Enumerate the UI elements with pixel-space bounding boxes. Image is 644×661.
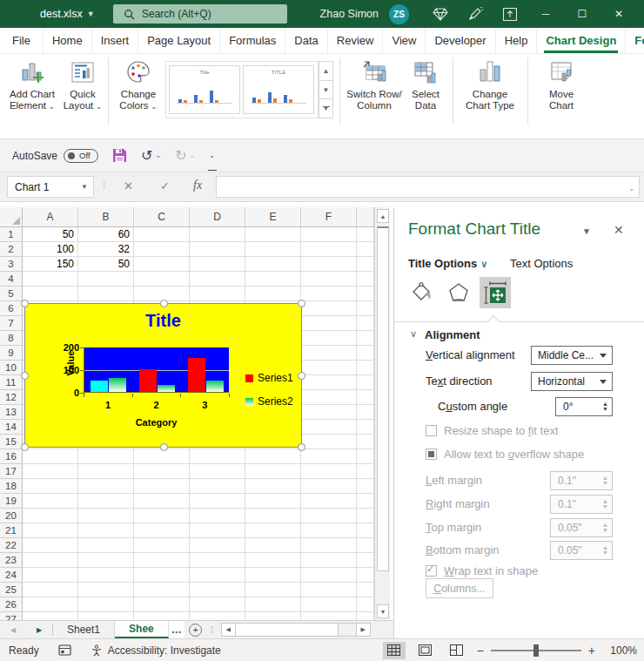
row-header-2[interactable]: 2 [0,242,23,257]
grid-cell-E1[interactable] [245,227,301,242]
column-header-D[interactable]: D [190,207,245,227]
tab-format[interactable]: Format [626,28,644,53]
grid-cell-partial[interactable] [357,568,374,583]
row-header-1[interactable]: 1 [0,227,23,242]
scroll-left-icon[interactable]: ◀ [222,624,236,636]
grid-cell-D16[interactable] [190,449,245,464]
grid-cell-B18[interactable] [78,479,134,494]
scroll-right-icon[interactable]: ▶ [356,624,370,636]
grid-cell-partial[interactable] [357,375,374,390]
grid-cell-partial[interactable] [357,509,374,523]
grid-cell-E25[interactable] [245,583,301,597]
grid-cell-A27[interactable] [23,612,78,620]
grid-cell-partial[interactable] [357,272,374,287]
custom-angle-spinner[interactable]: 0° ▲▼ [555,397,613,416]
grid-cell-C16[interactable] [134,449,190,464]
grid-cell-C4[interactable] [134,272,190,287]
sheet-tab-sheet1[interactable]: Sheet1 [53,621,115,638]
quick-layout-button[interactable]: Quick Layout [61,57,104,112]
grid-cell-B21[interactable] [78,523,134,538]
row-header-8[interactable]: 8 [0,331,23,346]
draw-pen-icon[interactable] [458,0,493,28]
grid-cell-F5[interactable] [301,287,357,301]
grid-cell-F13[interactable] [301,405,357,420]
grid-cell-B16[interactable] [78,449,134,464]
tab-help[interactable]: Help [496,28,538,53]
row-header-17[interactable]: 17 [0,464,23,479]
grid-cell-partial[interactable] [357,405,374,420]
grid-cell-B24[interactable] [78,568,134,583]
grid-cell-E27[interactable] [245,612,301,620]
chart-handle-middle-left[interactable] [21,372,29,380]
grid-cell-A19[interactable] [23,494,78,509]
chart-title[interactable]: Title [25,311,301,331]
tab-insert[interactable]: Insert [92,28,139,53]
chart-handle-bottom-middle[interactable] [160,443,168,451]
grid-cell-A18[interactable] [23,479,78,494]
column-header-C[interactable]: C [134,207,190,227]
vertical-alignment-dropdown[interactable]: Middle Ce... [531,346,613,365]
gallery-more-button[interactable]: ▼ [319,99,333,118]
grid-cell-F2[interactable] [301,242,357,257]
grid-cell-D3[interactable] [190,257,245,272]
pane-options-dropdown-icon[interactable]: ▼ [582,226,591,236]
grid-cell-C25[interactable] [134,583,190,597]
text-direction-dropdown[interactable]: Horizontal [531,372,613,391]
grid-cell-C23[interactable] [134,553,190,568]
enter-icon[interactable]: ✓ [160,179,170,192]
row-header-20[interactable]: 20 [0,509,23,523]
column-header-E[interactable]: E [245,207,301,227]
grid-cell-A20[interactable] [23,509,78,523]
grid-cell-partial[interactable] [357,420,374,435]
row-header-10[interactable]: 10 [0,361,23,375]
grid-cell-partial[interactable] [357,553,374,568]
tab-home[interactable]: Home [44,28,92,53]
grid-cell-B26[interactable] [78,597,134,612]
ribbon-display-options-icon[interactable] [493,0,527,28]
grid-cell-F26[interactable] [301,597,357,612]
grid-cell-A17[interactable] [23,464,78,479]
grid-cell-F1[interactable] [301,227,357,242]
bar-series2-cat3[interactable] [206,381,224,392]
grid-cell-C27[interactable] [134,612,190,620]
grid-cell-D26[interactable] [190,597,245,612]
bar-series2-cat1[interactable] [109,378,126,392]
row-header-11[interactable]: 11 [0,375,23,390]
row-header-25[interactable]: 25 [0,583,23,597]
zoom-track[interactable] [491,650,581,651]
save-button[interactable] [112,148,127,163]
grid-cell-D27[interactable] [190,612,245,620]
grid-cell-F7[interactable] [301,316,357,331]
grid-cell-E20[interactable] [245,509,301,523]
chart-style-1[interactable]: Title [169,65,240,114]
chart-handle-bottom-left[interactable] [21,443,29,451]
name-box-dropdown-icon[interactable]: ▼ [81,183,93,191]
select-data-button[interactable]: Select Data [404,57,447,112]
grid-cell-B2[interactable]: 32 [78,242,134,257]
grid-cell-A5[interactable] [23,287,78,301]
bar-series1-cat1[interactable] [91,381,108,392]
row-header-15[interactable]: 15 [0,435,23,449]
autosave-control[interactable]: AutoSave Off [12,149,98,163]
grid-cell-partial[interactable] [357,435,374,449]
spinner-arrows-icon[interactable]: ▲▼ [602,401,608,412]
grid-cell-F16[interactable] [301,449,357,464]
grid-cell-D17[interactable] [190,464,245,479]
grid-cell-A3[interactable]: 150 [23,257,78,272]
grid-cell-partial[interactable] [357,479,374,494]
chart-handle-top-left[interactable] [21,300,29,307]
row-header-24[interactable]: 24 [0,568,23,583]
legend-item-series2[interactable]: Series2 [245,395,293,408]
grid-cell-F9[interactable] [301,346,357,361]
row-header-3[interactable]: 3 [0,257,23,272]
row-header-9[interactable]: 9 [0,346,23,361]
grid-cell-B19[interactable] [78,494,134,509]
grid-cell-A24[interactable] [23,568,78,583]
premium-gem-icon[interactable] [423,0,458,28]
grid-cell-D23[interactable] [190,553,245,568]
chart-object[interactable]: Title Value 0100200 123 Category Series1… [24,303,302,448]
user-name[interactable]: Zhao Simon [320,8,379,20]
grid-cell-D20[interactable] [190,509,245,523]
grid-cell-C24[interactable] [134,568,190,583]
name-box[interactable]: Chart 1 ▼ [7,176,94,198]
